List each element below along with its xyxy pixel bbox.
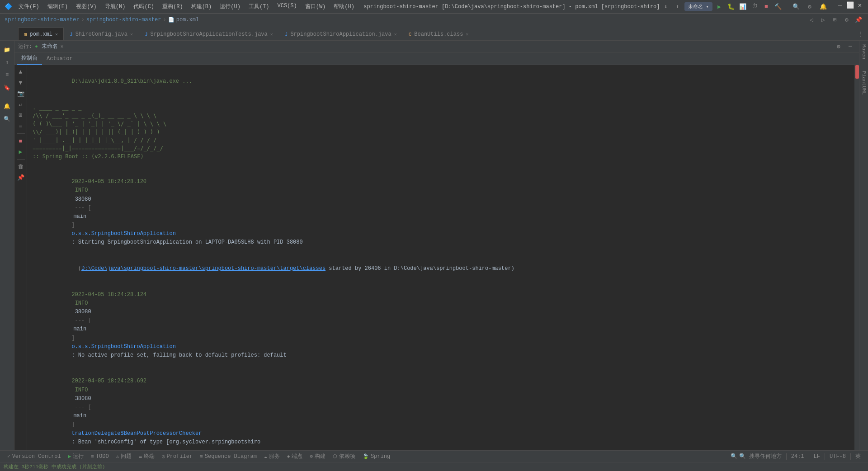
clear-console-icon[interactable]: 🗑: [16, 162, 26, 172]
run-button[interactable]: ▶: [714, 2, 724, 12]
language-indicator[interactable]: 英: [852, 452, 864, 460]
console-tab-label: 控制台: [21, 54, 38, 62]
console-tab[interactable]: 控制台: [17, 52, 42, 65]
commit-icon[interactable]: ⬆: [1, 57, 14, 68]
close-button[interactable]: ✕: [856, 2, 863, 9]
menu-navigate[interactable]: 导航(N): [101, 2, 129, 11]
filter-icon[interactable]: ≡: [16, 121, 26, 131]
build-project[interactable]: 🔨: [773, 2, 783, 12]
tab-more-button[interactable]: ⋮: [854, 28, 868, 40]
menu-edit[interactable]: 编辑(E): [44, 2, 72, 11]
notifications-icon[interactable]: 🔔: [818, 2, 828, 12]
encoding[interactable]: UTF-8: [826, 453, 849, 460]
find-icon[interactable]: 🔍: [1, 113, 14, 124]
profile-button[interactable]: ⏱: [750, 2, 760, 12]
tab-shiroconfig[interactable]: J ShiroConfig.java ✕: [64, 28, 139, 40]
log-line-1: 2022-04-05 18:24:28.124 INFO 38080 --- […: [33, 282, 849, 368]
breadcrumb-root[interactable]: springboot-shiro-master: [5, 17, 80, 23]
todo-item[interactable]: ≡ TODO: [87, 451, 112, 462]
tab-pom-close[interactable]: ✕: [55, 32, 58, 37]
tab-app-close[interactable]: ✕: [394, 32, 397, 37]
scrollbar-thumb[interactable]: [855, 65, 859, 79]
notification-icon[interactable]: 🔔: [1, 101, 14, 112]
menu-file[interactable]: 文件(F): [15, 2, 43, 11]
expand-icon[interactable]: ⊞: [16, 110, 26, 120]
maven-panel-label[interactable]: Maven: [859, 41, 868, 63]
run-config-close[interactable]: ✕: [61, 43, 64, 49]
log-line-0b: (D:\Code\java\springboot-shiro-master\sp…: [33, 256, 849, 282]
console-actions: ▲ ▼ 📷 ↵ ⊞ ≡ ■ ▶ 🗑 📌: [14, 65, 27, 450]
menu-build[interactable]: 构建(B): [188, 2, 216, 11]
breadcrumb-mid[interactable]: springboot-shiro-master: [86, 17, 161, 23]
tab-bean-close[interactable]: ✕: [466, 32, 468, 37]
structure-icon[interactable]: ≡: [1, 70, 14, 80]
bookmark-icon[interactable]: 🔖: [1, 82, 14, 93]
console-scrollbar[interactable]: [854, 65, 859, 450]
profiler-item[interactable]: ◎ Profiler: [158, 451, 196, 462]
menu-vcs[interactable]: VCS(S): [274, 2, 300, 11]
menu-run[interactable]: 运行(U): [216, 2, 244, 11]
pin-tab-icon[interactable]: 📌: [16, 173, 26, 183]
terminal-item[interactable]: ▬ 终端: [135, 451, 158, 462]
plantuml-panel-label[interactable]: PlantUML: [859, 67, 868, 99]
rerun-icon[interactable]: ▶: [16, 147, 26, 157]
profiler-label: Profiler: [167, 453, 193, 460]
settings-icon[interactable]: ⚙: [805, 2, 815, 12]
build-item[interactable]: ⚙ 构建: [306, 451, 329, 462]
line-ending[interactable]: LF: [810, 453, 824, 460]
menu-code[interactable]: 代码(C): [130, 2, 158, 11]
tab-application[interactable]: J SrpingbootShiroApplication.java ✕: [279, 28, 403, 40]
run-header-pin[interactable]: ─: [845, 42, 855, 52]
git-push-icon[interactable]: ⬆: [673, 2, 683, 12]
run-label: 运行:: [18, 42, 32, 50]
tab-pom-label: pom.xml: [30, 31, 52, 38]
project-icon[interactable]: 📁: [1, 44, 14, 55]
run-config-name[interactable]: 未命名: [42, 42, 58, 50]
spring-item[interactable]: 🍃 Spring: [359, 451, 394, 462]
tab-pom-xml[interactable]: m pom.xml ✕: [18, 28, 64, 40]
version-control-item[interactable]: ✓ Version Control: [4, 451, 65, 462]
breadcrumb-pin[interactable]: 📌: [854, 15, 863, 25]
status-sep-1: [786, 453, 787, 460]
breadcrumb-sep-1: ›: [81, 17, 85, 23]
deps-item[interactable]: ⬡ 依赖项: [329, 451, 359, 462]
menu-window[interactable]: 窗口(W): [302, 2, 330, 11]
tab-apptests[interactable]: J SrpingbootShiroApplicationTests.java ✕: [139, 28, 279, 40]
word-wrap-icon[interactable]: ↵: [16, 99, 26, 109]
tab-tests-close[interactable]: ✕: [270, 32, 273, 37]
run-item[interactable]: ▶ 运行: [65, 451, 88, 462]
run-config-dropdown[interactable]: 未命名 ▾: [684, 2, 712, 11]
debug-button[interactable]: 🐛: [726, 2, 736, 12]
cursor-position[interactable]: 24:1: [788, 453, 808, 460]
tab-shiro-close[interactable]: ✕: [130, 32, 133, 37]
services-item[interactable]: ☁ 服务: [260, 451, 283, 462]
git-update-icon[interactable]: ⬇: [661, 2, 671, 12]
breadcrumb-expand[interactable]: ⊞: [830, 15, 840, 25]
actuator-tab-label: Actuator: [47, 56, 73, 62]
search-anywhere[interactable]: 🔍 🔍 搜寻任何地方: [727, 452, 785, 460]
breadcrumb-settings[interactable]: ⚙: [842, 15, 852, 25]
vc-icon: ✓: [7, 453, 10, 459]
info-bar: 构建在 3秒711毫秒 中成功完成 (片刻之前): [0, 462, 868, 471]
endpoints-item[interactable]: ◈ 端点: [283, 451, 307, 462]
stop-run-icon[interactable]: ■: [16, 136, 26, 146]
scroll-up-icon[interactable]: ▲: [16, 67, 26, 77]
breadcrumb-recent[interactable]: ◁: [807, 15, 816, 25]
actuator-tab[interactable]: Actuator: [42, 52, 77, 65]
menu-refactor[interactable]: 重构(R): [159, 2, 187, 11]
breadcrumb-forward[interactable]: ▷: [818, 15, 828, 25]
search-everywhere-icon[interactable]: 🔍: [791, 2, 801, 12]
sequence-item[interactable]: ≋ Sequence Diagram: [196, 451, 260, 462]
camera-icon[interactable]: 📷: [16, 89, 26, 99]
menu-tools[interactable]: 工具(T): [245, 2, 273, 11]
stop-button[interactable]: ■: [761, 2, 771, 12]
menu-help[interactable]: 帮助(H): [330, 2, 358, 11]
menu-view[interactable]: 视图(V): [72, 2, 100, 11]
run-header-settings[interactable]: ⚙: [834, 42, 844, 52]
run-with-coverage[interactable]: 📊: [738, 2, 748, 12]
minimize-button[interactable]: ─: [836, 2, 844, 9]
tab-beanutils[interactable]: C BeanUtils.class ✕: [403, 28, 475, 40]
problems-item[interactable]: ⚠ 问题: [113, 451, 136, 462]
scroll-down-icon[interactable]: ▼: [16, 78, 26, 88]
maximize-button[interactable]: ⬜: [846, 2, 854, 9]
